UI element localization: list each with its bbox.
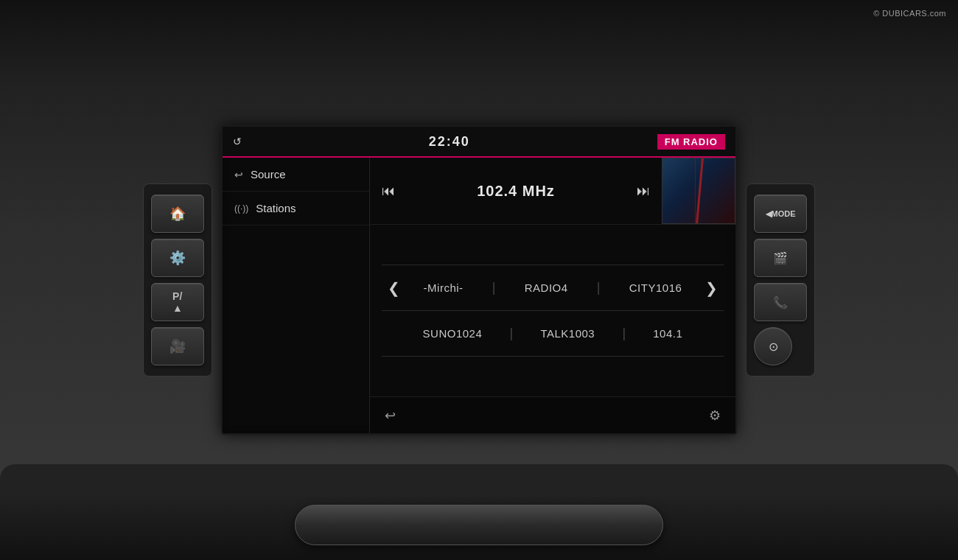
infotainment-screen: ↺ 22:40 FM RADIO ↩ Source ((·)) Stations <box>221 125 737 435</box>
camera-button[interactable]: 🎥 <box>151 327 204 365</box>
frequency-display: 102.4 MHz <box>477 183 555 200</box>
next-page-arrow[interactable]: ❯ <box>699 279 724 297</box>
separator-1: | <box>492 280 496 295</box>
station-suno1024[interactable]: SUNO1024 <box>417 324 489 343</box>
station-radio4[interactable]: RADIO4 <box>519 279 574 297</box>
mode-badge: FM RADIO <box>657 134 725 150</box>
prev-station-button[interactable]: ⏮ <box>382 183 395 199</box>
media-button[interactable]: 🎬 <box>754 239 807 277</box>
settings-button[interactable]: ⚙️ <box>151 239 204 277</box>
screen-left-menu: ↩ Source ((·)) Stations <box>223 158 370 433</box>
right-button-panel: ◀MODE 🎬 📞 ⊙ <box>746 183 815 377</box>
screen-footer: ↩ ⚙ <box>370 396 735 433</box>
station-mirchi[interactable]: -Mirchi- <box>418 279 469 297</box>
separator-4: | <box>622 326 626 341</box>
stations-menu-item[interactable]: ((·)) Stations <box>223 192 369 225</box>
separator-3: | <box>510 326 514 341</box>
station-divider-bottom <box>382 356 724 357</box>
station-talk1003[interactable]: TALK1003 <box>534 324 601 343</box>
phone-button[interactable]: 📞 <box>754 283 807 321</box>
separator-2: | <box>597 280 601 295</box>
home-button[interactable]: 🏠 <box>151 195 204 233</box>
album-art <box>662 158 735 224</box>
left-button-panel: 🏠 ⚙️ P/▲ 🎥 <box>143 183 212 377</box>
source-menu-item[interactable]: ↩ Source <box>223 158 369 192</box>
station-divider-top <box>382 265 724 265</box>
screen-right-content: ⏮ 102.4 MHz ⏭ ❮ -Mirchi- <box>370 158 735 433</box>
settings-button-footer[interactable]: ⚙ <box>709 407 721 424</box>
source-label: Source <box>251 168 286 181</box>
screen-header: ↺ 22:40 FM RADIO <box>223 127 735 158</box>
station-divider-mid <box>382 310 724 311</box>
radio-top-row: ⏮ 102.4 MHz ⏭ <box>370 158 735 225</box>
car-panel: © DUBICARS.com 🏠 ⚙️ P/▲ 🎥 ↺ 22:40 FM RAD… <box>0 0 958 560</box>
signal-icon: ↺ <box>233 136 242 147</box>
station-city1016[interactable]: CITY1016 <box>623 279 688 297</box>
next-station-button[interactable]: ⏭ <box>637 183 650 199</box>
stations-icon: ((·)) <box>234 203 248 214</box>
center-unit: 🏠 ⚙️ P/▲ 🎥 ↺ 22:40 FM RADIO ↩ Source <box>143 125 815 435</box>
back-button[interactable]: ↩ <box>385 407 396 424</box>
station-row-1: -Mirchi- | RADIO4 | CITY1016 <box>406 271 699 304</box>
parking-button[interactable]: P/▲ <box>151 283 204 321</box>
screen-body: ↩ Source ((·)) Stations ⏮ 102.4 MHz <box>223 158 735 433</box>
radio-control: ⏮ 102.4 MHz ⏭ <box>370 158 662 224</box>
watermark: © DUBICARS.com <box>873 9 946 18</box>
stations-label: Stations <box>256 202 296 214</box>
station-row-1-container: ❮ -Mirchi- | RADIO4 | CITY1016 ❯ <box>382 271 724 304</box>
nav-button[interactable]: ⊙ <box>754 327 792 365</box>
bottom-handle <box>295 505 663 545</box>
prev-page-arrow[interactable]: ❮ <box>382 279 406 297</box>
mode-button[interactable]: ◀MODE <box>754 195 807 233</box>
clock-display: 22:40 <box>429 134 470 150</box>
station-row-2: SUNO1024 | TALK1003 | 104.1 <box>406 317 699 350</box>
station-1041[interactable]: 104.1 <box>647 324 688 343</box>
source-icon: ↩ <box>234 169 243 181</box>
station-area: ❮ -Mirchi- | RADIO4 | CITY1016 ❯ <box>370 225 735 396</box>
station-row-2-container: ❮ SUNO1024 | TALK1003 | 104.1 ❯ <box>382 317 724 350</box>
